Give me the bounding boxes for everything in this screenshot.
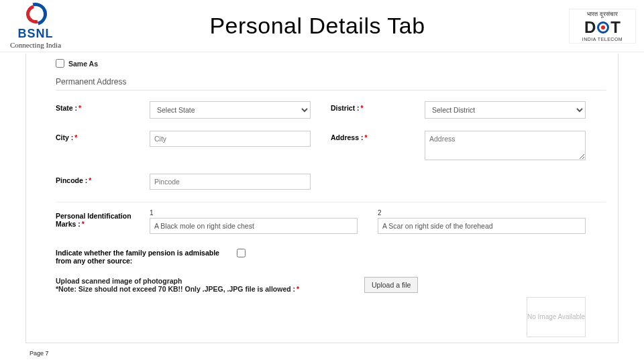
district-label: District :* — [331, 101, 425, 112]
state-label: State :* — [56, 101, 150, 112]
pension-label: Indicate whether the family pension is a… — [56, 246, 237, 265]
state-select[interactable]: Select State — [150, 101, 311, 119]
dot-circle-icon — [597, 21, 609, 34]
dot-d-letter: D — [584, 18, 596, 37]
bsnl-logo: BSNL Connecting India — [5, 3, 66, 49]
pincode-label: Pincode :* — [56, 174, 150, 184]
mark2-num: 2 — [378, 209, 586, 217]
address-textarea[interactable] — [425, 131, 586, 160]
india-telecom-text: INDIA TELECOM — [572, 37, 633, 42]
brand-text: BSNL — [18, 27, 54, 41]
mark2-input[interactable] — [378, 218, 586, 234]
dot-logo: भारत दूरसंचार D T INDIA TELECOM — [569, 9, 636, 44]
brand-tagline: Connecting India — [10, 41, 61, 49]
section-heading: Permanent Address — [56, 77, 606, 90]
form-panel: Same As Permanent Address State :* Selec… — [25, 54, 619, 343]
page-number: Page 7 — [30, 350, 49, 357]
no-image-placeholder: No Image Available — [527, 297, 586, 337]
upload-file-button[interactable]: Upload a file — [364, 277, 418, 293]
pincode-input[interactable] — [150, 174, 311, 190]
city-input[interactable] — [150, 131, 311, 147]
district-select[interactable]: Select District — [425, 101, 586, 119]
bsnl-swirl-icon — [24, 3, 47, 25]
same-as-label: Same As — [68, 60, 98, 68]
same-as-checkbox[interactable] — [56, 59, 64, 68]
pension-checkbox[interactable] — [237, 249, 246, 257]
address-label: Address :* — [331, 131, 425, 141]
marks-label: Personal Identification Marks :* — [56, 209, 150, 228]
city-label: City :* — [56, 131, 150, 141]
upload-label: Upload scanned image of photograph — [56, 277, 364, 285]
mark1-input[interactable] — [150, 218, 358, 234]
dot-t-letter: T — [610, 18, 621, 37]
page-title: Personal Details Tab — [66, 13, 569, 39]
bharat-text: भारत दूरसंचार — [572, 11, 633, 18]
upload-note: *Note: Size should not exceed 70 KB!! On… — [56, 285, 364, 293]
mark1-num: 1 — [150, 209, 358, 217]
